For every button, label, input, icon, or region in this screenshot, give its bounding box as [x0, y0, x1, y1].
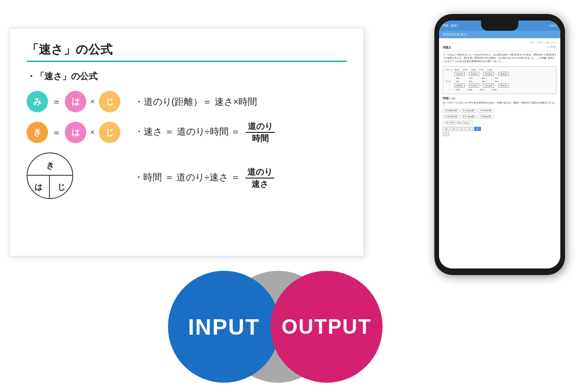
phone-topbar-right: 100%	[550, 24, 557, 27]
phone-content: 0% (一問目から解けます) 問題文 計算式▲ チームAは人で参加するリレー大会…	[439, 38, 560, 268]
runner4: 第4走者	[498, 72, 509, 76]
arrow2: →	[480, 72, 482, 75]
formula-text-3: ・時間 ＝ 道のり÷速さ ＝ 道のり 速さ	[134, 166, 274, 190]
phone-answer-row-2: F	[443, 132, 557, 136]
runner7: 第7走者	[469, 83, 479, 88]
choice-J[interactable]: J A〜Hのいずれでもない	[443, 121, 473, 125]
choice-E[interactable]: E 14.0km/時	[460, 109, 477, 113]
phone-choices-3: J A〜Hのいずれでもない	[443, 121, 557, 125]
runner6: 第6走者	[483, 83, 494, 88]
phone-mondai-text: チームAは人で参加するリレー大会が行われた。次は第1走者から第4走者までが好走。…	[443, 53, 557, 63]
phone-choices-2: G 16.2km/時 H 17.4km/時 I 18.0km/時	[443, 115, 557, 119]
arrow3: →	[495, 72, 497, 75]
phone-q-text: (1) このチームの走りきの中の好走者(35km)は何か。必要があれば、最後に小…	[443, 102, 557, 108]
slide-title: 「速さ」の公式	[27, 41, 347, 58]
circle-bottom-left: は	[28, 176, 50, 198]
fraction-3: 道のり 速さ	[245, 166, 274, 190]
slide-title-underline	[27, 61, 347, 62]
relay-dist-top: 6km 6km 6km 8km	[445, 77, 554, 79]
phone-mondai-label: 問題文 計算式▲	[443, 46, 557, 51]
phone-notch	[481, 21, 518, 31]
output-circle: OUTPUT	[271, 271, 383, 383]
input-label: INPUT	[188, 314, 260, 340]
badge-ha-2: は	[65, 122, 86, 143]
relay-diagram: スタート 10:00 10:25 10:48 11:14 11:48 第1走者 …	[443, 66, 557, 94]
circle-top: き	[28, 153, 72, 176]
relay-dist-bottom: ゴール 6km 6km 6km 8km	[445, 80, 554, 83]
t3: 11:14	[479, 69, 483, 71]
fraction-2: 道のり 時間	[246, 121, 275, 144]
ans-C[interactable]: C	[458, 127, 465, 131]
badge-ha-1: は	[65, 91, 86, 112]
ans-E[interactable]: E	[474, 127, 481, 131]
choice-G[interactable]: G 16.2km/時	[443, 115, 460, 119]
t4: 11:48	[487, 69, 492, 71]
ans-A[interactable]: A	[443, 127, 450, 131]
ans-D[interactable]: D	[466, 127, 473, 131]
runner2: 第2走者	[469, 72, 479, 76]
phone-mockup: 問題（練習） 100% 非言語系対策 速さ1 0% (一問目から解けます) 問題…	[434, 14, 565, 275]
choice-D[interactable]: D 13.6km/時	[443, 109, 460, 113]
formula-row-3: き は じ ・時間 ＝ 道のり÷速さ ＝ 道のり 速さ	[27, 152, 347, 199]
slide-whiteboard: 「速さ」の公式 ・「速さ」の公式 み ＝ は × じ ・道のり(距離）＝ 速さ×…	[9, 28, 364, 256]
ans-B[interactable]: B	[451, 127, 458, 131]
circle-diagram-wrap: き は じ	[27, 152, 120, 199]
phone-sub-bar: 非言語系対策 速さ1	[439, 31, 560, 38]
input-circle: INPUT	[168, 271, 280, 383]
choice-F[interactable]: F 14.4km/時	[478, 109, 494, 113]
badge-group-1: み ＝ は × じ	[27, 91, 120, 112]
badge-ji-1: じ	[99, 91, 120, 112]
cross-2: ×	[90, 128, 95, 138]
circle-bottom-right: じ	[50, 176, 72, 198]
slide-subtitle: ・「速さ」の公式	[27, 70, 347, 83]
calculate-btn[interactable]: 計算式▲	[548, 46, 557, 48]
formula-text-1: ・道のり(距離）＝ 速さ×時間	[134, 96, 258, 108]
relay-times-bottom: 13:04 12:40 12:21 11:48	[445, 89, 554, 91]
relay-runners-bottom: 第8走者 ← 第7走者 ← 第6走者 ← 第5走者	[445, 83, 554, 88]
arrow5: ←	[480, 84, 482, 87]
phone-screen: 問題（練習） 100% 非言語系対策 速さ1 0% (一問目から解けます) 問題…	[439, 21, 560, 268]
runner1: 第1走者	[454, 72, 465, 76]
badge-group-2: き ＝ は × じ	[27, 122, 120, 143]
formula-row-2: き ＝ は × じ ・速さ ＝ 道のり÷時間 ＝ 道のり 時間	[27, 121, 347, 144]
circle-diagram: き は じ	[27, 152, 73, 199]
phone-progress: 0% (一問目から解けます)	[443, 41, 557, 44]
t1: 10:25	[463, 69, 467, 71]
runner5: 第5走者	[498, 83, 509, 88]
ans-F[interactable]: F	[443, 132, 449, 136]
formula-text-2: ・速さ ＝ 道のり÷時間 ＝ 道のり 時間	[134, 121, 275, 144]
eq-2: ＝	[52, 126, 61, 139]
phone-subbar-text: 非言語系対策 速さ1	[443, 33, 467, 36]
relay-start-label: スタート	[445, 69, 453, 71]
runner8: 第8走者	[454, 83, 465, 88]
phone-choices-1: D 13.6km/時 E 14.0km/時 F 14.4km/時	[443, 109, 557, 113]
relay-goal-label: ゴール	[445, 80, 453, 83]
arrow6: ←	[495, 84, 497, 87]
phone-answer-row-1: A B C D E	[443, 127, 557, 131]
t2: 10:48	[471, 69, 476, 71]
formula-row-1: み ＝ は × じ ・道のり(距離）＝ 速さ×時間	[27, 91, 347, 112]
choice-I[interactable]: I 18.0km/時	[478, 115, 494, 119]
arrow4: ←	[466, 84, 468, 87]
phone-topbar-left: 問題（練習）	[443, 24, 460, 28]
arrow1: →	[466, 72, 468, 75]
t0: 10:00	[454, 69, 459, 71]
badge-ki-1: き	[27, 122, 48, 143]
phone-outer: 問題（練習） 100% 非言語系対策 速さ1 0% (一問目から解けます) 問題…	[434, 14, 565, 275]
output-label: OUTPUT	[282, 315, 372, 338]
runner3: 第3走者	[483, 72, 494, 76]
eq-1: ＝	[52, 96, 61, 108]
phone-question-label: 問題1（1）	[443, 97, 557, 100]
relay-times-row: スタート 10:00 10:25 10:48 11:14 11:48	[445, 69, 554, 71]
cross-1: ×	[90, 97, 95, 107]
badge-ji-2: じ	[99, 122, 120, 143]
choice-H[interactable]: H 17.4km/時	[460, 115, 477, 119]
badge-mi: み	[27, 91, 48, 112]
relay-runners-top: 第1走者 → 第2走者 → 第3走者 → 第4走者	[445, 72, 554, 76]
